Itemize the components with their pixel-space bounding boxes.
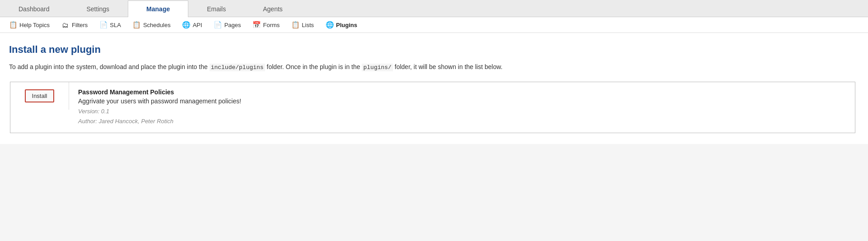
subnav-lists-label: Lists xyxy=(302,22,314,28)
table-row: Install Password Management Policies Agg… xyxy=(10,82,855,133)
sub-nav: 📋 Help Topics 🗂 Filters 📄 SLA 📋 Schedule… xyxy=(0,17,868,33)
plugin-install-cell: Install xyxy=(10,82,69,110)
subnav-sla-label: SLA xyxy=(110,22,121,28)
subnav-schedules[interactable]: 📋 Schedules xyxy=(127,17,176,32)
plugin-table: Install Password Management Policies Agg… xyxy=(10,82,855,133)
subnav-api[interactable]: 🌐 API xyxy=(177,17,208,32)
schedules-icon: 📋 xyxy=(133,21,141,29)
subnav-pages[interactable]: 📄 Pages xyxy=(209,17,247,32)
filters-icon: 🗂 xyxy=(61,21,70,29)
code-include-plugins: include/plugins xyxy=(210,64,265,71)
forms-icon: 📅 xyxy=(253,21,261,29)
main-content: Install a new plugin To add a plugin int… xyxy=(0,33,868,144)
subnav-forms-label: Forms xyxy=(263,22,280,28)
subnav-help-topics-label: Help Topics xyxy=(19,22,50,28)
subnav-filters[interactable]: 🗂 Filters xyxy=(56,17,93,32)
subnav-help-topics[interactable]: 📋 Help Topics xyxy=(4,17,55,32)
desc-part3: folder, it will be shown in the list bel… xyxy=(393,63,503,70)
sla-icon: 📄 xyxy=(99,21,107,29)
lists-icon: 📋 xyxy=(291,21,299,29)
subnav-sla[interactable]: 📄 SLA xyxy=(94,17,126,32)
plugin-author: Author: Jared Hancock, Peter Rotich xyxy=(78,116,846,126)
top-tabs: Dashboard Settings Manage Emails Agents xyxy=(0,0,868,17)
pages-icon: 📄 xyxy=(214,21,222,29)
tab-emails[interactable]: Emails xyxy=(188,0,244,17)
plugin-description: Aggrivate your users with password manag… xyxy=(78,97,846,105)
tab-dashboard[interactable]: Dashboard xyxy=(0,0,68,17)
desc-part2: folder. Once in the plugin is in the xyxy=(265,63,362,70)
subnav-filters-label: Filters xyxy=(72,22,88,28)
subnav-plugins-label: Plugins xyxy=(336,22,357,28)
help-topics-icon: 📋 xyxy=(9,21,17,29)
subnav-schedules-label: Schedules xyxy=(143,22,171,28)
tab-manage[interactable]: Manage xyxy=(128,0,188,17)
page-title: Install a new plugin xyxy=(9,44,859,56)
plugin-info-cell: Password Management Policies Aggrivate y… xyxy=(69,82,855,133)
subnav-pages-label: Pages xyxy=(224,22,241,28)
plugin-name: Password Management Policies xyxy=(78,88,846,96)
code-plugins-slash: plugins/ xyxy=(362,64,392,71)
page-description: To add a plugin into the system, downloa… xyxy=(9,62,506,73)
plugin-version: Version: 0.1 xyxy=(78,107,846,116)
install-button[interactable]: Install xyxy=(25,89,55,102)
tab-agents[interactable]: Agents xyxy=(244,0,301,17)
subnav-plugins[interactable]: 🌐 Plugins xyxy=(320,17,363,32)
plugins-icon: 🌐 xyxy=(326,21,334,29)
tab-settings[interactable]: Settings xyxy=(68,0,128,17)
api-icon: 🌐 xyxy=(182,21,191,29)
subnav-api-label: API xyxy=(193,22,202,28)
subnav-lists[interactable]: 📋 Lists xyxy=(286,17,319,32)
subnav-forms[interactable]: 📅 Forms xyxy=(247,17,285,32)
desc-part1: To add a plugin into the system, downloa… xyxy=(9,63,210,70)
